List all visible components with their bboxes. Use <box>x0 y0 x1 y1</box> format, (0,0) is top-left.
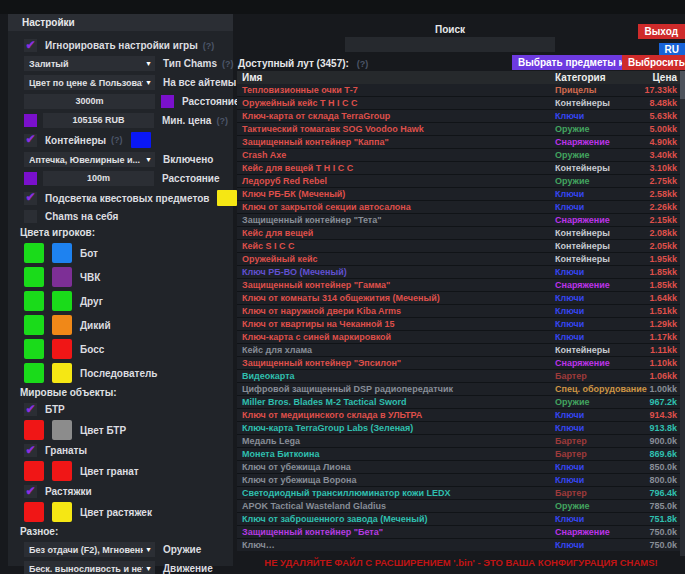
table-row[interactable]: Ключ от наружной двери Kiba ArmsКлючи1.5… <box>237 305 685 318</box>
table-row[interactable]: Ключ от закрытой секции автосалонаКлючи2… <box>237 201 685 214</box>
table-row[interactable]: Ключ от убежища ВоронаКлючи800.0k <box>237 474 685 487</box>
loot-item-category: Бартер <box>555 488 643 498</box>
checkbox[interactable] <box>24 210 37 223</box>
dropdown-value: Цвет по цене & Пользователь <box>29 78 143 88</box>
table-row[interactable]: Ключ…Ключи750.0k <box>237 539 685 551</box>
color-swatch[interactable] <box>24 315 44 335</box>
table-row[interactable]: Crash AxeОружие3.40kk <box>237 149 685 162</box>
checkbox[interactable]: ✔ <box>24 485 37 498</box>
color-swatch[interactable] <box>52 420 72 440</box>
column-header-price[interactable]: Цена <box>643 72 685 83</box>
dropdown-select[interactable]: Залитый▼ <box>24 56 155 71</box>
checkmark-icon: ✔ <box>25 39 35 51</box>
table-row[interactable]: Кейс S I C CКонтейнеры2.05kk <box>237 240 685 253</box>
color-swatch[interactable] <box>52 315 72 335</box>
checkbox[interactable]: ✔ <box>24 403 37 416</box>
column-header-name[interactable]: Имя <box>237 72 555 83</box>
value-input[interactable]: 3000m <box>24 94 155 109</box>
color-swatch[interactable] <box>24 363 44 383</box>
color-swatch[interactable] <box>161 95 174 108</box>
table-row[interactable]: Цифровой защищенный DSP радиопередатчикС… <box>237 383 685 396</box>
table-row[interactable]: Защищенный контейнер "Тета"Снаряжение2.1… <box>237 214 685 227</box>
checkmark-icon: ✔ <box>25 485 35 497</box>
checkbox[interactable]: ✔ <box>24 444 37 457</box>
setting-label: Контейнеры <box>45 135 106 146</box>
color-swatch[interactable] <box>52 363 72 383</box>
table-row[interactable]: Защищенный контейнер "Эпсилон"Снаряжение… <box>237 357 685 370</box>
color-swatch[interactable] <box>52 502 72 522</box>
table-row[interactable]: APOK Tactical Wasteland GladiusОружие785… <box>237 500 685 513</box>
table-row[interactable]: Защищенный контейнер "Гамма"Снаряжение1.… <box>237 279 685 292</box>
scrollbar[interactable] <box>680 71 685 556</box>
table-row[interactable]: Ключ от комнаты 314 общежития (Меченый)К… <box>237 292 685 305</box>
color-swatch[interactable] <box>24 502 44 522</box>
table-row[interactable]: Ключ от убежища ЛионаКлючи850.0k <box>237 461 685 474</box>
search-input[interactable] <box>345 37 555 52</box>
checkbox[interactable]: ✔ <box>24 192 37 205</box>
color-swatch[interactable] <box>24 172 37 185</box>
settings-panel-title: Настройки <box>8 14 233 31</box>
checkbox[interactable]: ✔ <box>24 134 37 147</box>
color-swatch[interactable] <box>24 114 37 127</box>
loot-item-price: 4.90kk <box>643 137 685 147</box>
table-row[interactable]: Miller Bros. Blades M-2 Tactical SwordОр… <box>237 396 685 409</box>
color-swatch[interactable] <box>24 420 44 440</box>
dropdown-select[interactable]: Цвет по цене & Пользователь▼ <box>24 75 155 90</box>
table-row[interactable]: Монета БиткоинаБартер869.6k <box>237 448 685 461</box>
dropdown-select[interactable]: Беск. выносливость и нет уста▼ <box>24 561 155 574</box>
table-row[interactable]: ВидеокартаБартер1.06kk <box>237 370 685 383</box>
table-row[interactable]: Тепловизионные очки Т-7Прицелы17.33kk <box>237 84 685 97</box>
table-row[interactable]: Защищенный контейнер "Бета"Снаряжение750… <box>237 526 685 539</box>
checkbox[interactable]: ✔ <box>24 39 37 52</box>
color-swatch[interactable] <box>52 243 72 263</box>
table-row[interactable]: Кейс для вещейКонтейнеры2.08kk <box>237 227 685 240</box>
loot-item-category: Ключи <box>555 319 643 329</box>
table-row[interactable]: Кейс для хламаКонтейнеры1.11kk <box>237 344 685 357</box>
table-row[interactable]: Светодиодный трансиллюминатор кожи LEDXБ… <box>237 487 685 500</box>
exit-button[interactable]: Выход <box>638 24 685 39</box>
table-row[interactable]: Ключ-карта от склада TerraGroupКлючи5.63… <box>237 110 685 123</box>
color-swatch[interactable] <box>24 243 44 263</box>
color-swatch[interactable] <box>52 291 72 311</box>
settings-row: Без отдачи (F2), Мгновенное п▼Оружие <box>24 542 227 557</box>
table-row[interactable]: Защищенный контейнер "Каппа"Снаряжение4.… <box>237 136 685 149</box>
color-swatch[interactable] <box>24 461 44 481</box>
table-row[interactable]: Ключ-карта с синей маркировкойКлючи1.17k… <box>237 331 685 344</box>
setting-label: Гранаты <box>45 445 87 456</box>
scrollbar-thumb[interactable] <box>680 71 685 99</box>
loot-item-category: Контейнеры <box>555 254 643 264</box>
value-input[interactable]: 100m <box>43 171 154 186</box>
table-row[interactable]: Ключ РБ-БК (Меченый)Ключи2.58kk <box>237 188 685 201</box>
color-swatch[interactable] <box>24 291 44 311</box>
table-row[interactable]: Ключ РБ-ВО (Меченый)Ключи1.85kk <box>237 266 685 279</box>
dropdown-select[interactable]: Без отдачи (F2), Мгновенное п▼ <box>24 542 155 557</box>
value-input[interactable]: 105156 RUB <box>43 113 154 128</box>
dropdown-select[interactable]: Аптечка, Ювелирные и...▼ <box>24 152 155 167</box>
color-swatch[interactable] <box>24 267 44 287</box>
setting-label: Chams на себя <box>45 211 118 222</box>
settings-row: Залитый▼Тип Chams(?) <box>24 56 227 71</box>
table-row[interactable]: Ключ от медицинского склада в УЛЬТРАКлюч… <box>237 409 685 422</box>
table-row[interactable]: Тактический томагавк SOG Voodoo HawkОруж… <box>237 123 685 136</box>
color-swatch[interactable] <box>52 461 72 481</box>
color-swatch[interactable] <box>52 267 72 287</box>
checkmark-icon: ✔ <box>25 133 35 145</box>
drop-all-button[interactable]: Выбросить все <box>622 55 685 70</box>
loot-table-rows: Тепловизионные очки Т-7Прицелы17.33kkОру… <box>237 84 685 551</box>
color-swatch[interactable] <box>52 339 72 359</box>
table-row[interactable]: Оружейный кейсКонтейнеры1.95kk <box>237 253 685 266</box>
table-row[interactable]: Ключ от заброшенного завода (Меченый)Клю… <box>237 513 685 526</box>
column-header-category[interactable]: Категория <box>555 72 643 83</box>
color-swatch[interactable] <box>131 132 151 148</box>
table-row[interactable]: Кейс для вещей T H I C CКонтейнеры3.10kk <box>237 162 685 175</box>
table-row[interactable]: Ключ от квартиры на Чеканной 15Ключи1.29… <box>237 318 685 331</box>
table-row[interactable]: Ледоруб Red RebelОружие2.75kk <box>237 175 685 188</box>
table-row[interactable]: Ключ-карта TerraGroup Labs (Зеленая)Ключ… <box>237 422 685 435</box>
table-row[interactable]: Оружейный кейс T H I C CКонтейнеры8.48kk <box>237 97 685 110</box>
color-swatch[interactable] <box>24 339 44 359</box>
color-swatch[interactable] <box>217 190 237 206</box>
color-pair-label: Последователь <box>80 368 158 379</box>
table-row[interactable]: Медаль LegaБартер900.0k <box>237 435 685 448</box>
loot-item-name: Ключ от комнаты 314 общежития (Меченый) <box>237 293 555 303</box>
loot-item-category: Оружие <box>555 150 643 160</box>
